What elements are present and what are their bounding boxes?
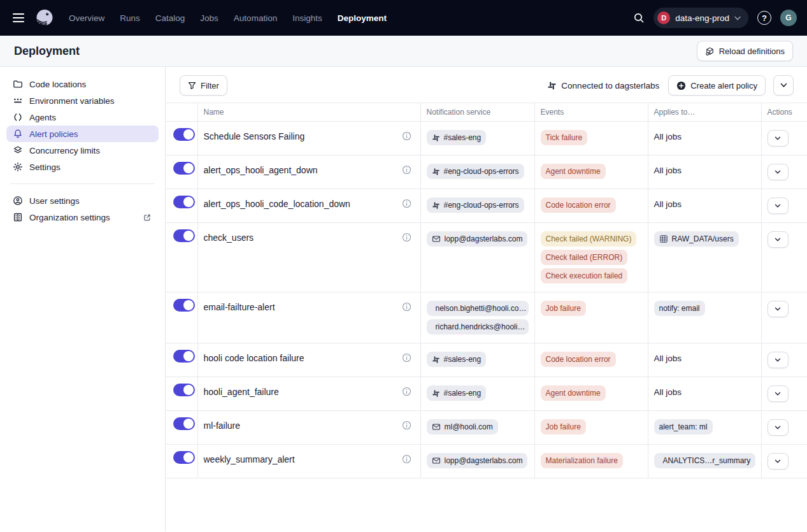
chip-label: ANALYTICS…r_summary [663,456,751,465]
events-cell: Check failed (WARNING)Check failed (ERRO… [534,223,648,292]
event-badge: Job failure [541,301,586,316]
alert-enabled-toggle[interactable] [173,196,195,208]
alert-enabled-toggle[interactable] [173,162,195,175]
event-badge: Job failure [541,419,586,435]
notification-label: richard.hendricks@hooli… [436,322,525,331]
applies-to-cell: All jobs [648,377,761,411]
notification-service-cell: ml@hooli.com [420,411,534,445]
applies-to-cell: ANALYTICS…r_summary [648,445,761,478]
email-icon [432,456,441,465]
gear-icon [13,162,23,172]
slack-icon [432,168,440,176]
notification-chip: #sales-eng [427,385,487,401]
asset-table-icon [659,234,668,243]
nav-insights[interactable]: Insights [292,13,322,23]
sidebar-item-organization-settings[interactable]: Organization settings [6,209,159,226]
sidebar-item-label: Concurrency limits [29,146,100,155]
column-header-name: Name [197,103,420,122]
info-icon[interactable] [402,453,411,464]
row-actions-button[interactable] [768,385,789,402]
notification-chip: lopp@dagsterlabs.com [427,453,528,468]
filter-icon [188,82,196,90]
events-cell: Job failure [534,411,648,445]
reload-definitions-button[interactable]: Reload definitions [697,41,793,61]
table-row: alert_ops_hooli_agent_down#eng-cloud-ops… [166,155,807,189]
info-icon[interactable] [402,352,411,363]
nav-deployment[interactable]: Deployment [338,13,387,23]
row-actions-button[interactable] [768,164,789,180]
info-icon[interactable] [402,419,411,430]
event-badge: Tick failure [541,130,588,145]
row-actions-button[interactable] [768,231,789,248]
row-actions-button[interactable] [768,419,789,436]
sidebar-item-code-locations[interactable]: Code locations [6,76,159,92]
more-actions-button[interactable] [773,75,794,96]
nav-catalog[interactable]: Catalog [155,13,185,23]
nav-automation[interactable]: Automation [234,13,277,23]
notification-chip: #sales-eng [427,130,487,145]
alert-policies-main: Filter Connected to dagsterlabs Create a… [166,67,807,531]
search-icon[interactable] [633,12,645,24]
chevron-down-icon [775,358,781,363]
sidebar-item-alert-policies[interactable]: Alert policies [6,126,159,142]
chevron-down-icon [775,392,781,396]
row-actions-button[interactable] [768,198,789,214]
sidebar-item-environment-variables[interactable]: Environment variables [6,92,159,109]
sidebar-item-concurrency-limits[interactable]: Concurrency limits [6,142,159,159]
applies-to-text: All jobs [654,385,682,397]
event-badge: Agent downtime [541,385,606,401]
chevron-down-icon [775,170,781,175]
filter-button[interactable]: Filter [180,75,227,96]
slack-icon [432,201,440,210]
toggle-knob [183,197,194,207]
info-icon[interactable] [402,130,411,141]
menu-icon[interactable] [10,10,27,26]
alert-policy-name: weekly_summary_alert [204,453,295,464]
env-vars-icon [13,96,23,106]
info-icon[interactable] [402,385,411,396]
deployment-switcher[interactable]: D data-eng-prod [653,8,748,28]
sidebar-item-user-settings[interactable]: User settings [6,192,159,209]
table-row: hooli_agent_failure#sales-engAgent downt… [166,377,807,411]
applies-to-cell: All jobs [648,189,761,223]
slack-icon [547,81,557,90]
info-icon[interactable] [402,164,411,175]
dagster-logo-icon[interactable] [34,8,55,28]
asset-chip[interactable]: RAW_DATA/users [654,231,739,247]
user-avatar[interactable]: G [780,10,797,26]
events-cell: Code location error [534,343,648,377]
sidebar-item-agents[interactable]: Agents [6,109,159,126]
info-icon[interactable] [402,301,411,312]
row-actions-button[interactable] [768,301,789,317]
events-cell: Agent downtime [534,377,648,411]
asset-chip[interactable]: ANALYTICS…r_summary [654,453,755,468]
column-header-actions: Actions [761,103,807,122]
alert-enabled-toggle[interactable] [173,451,195,464]
toggle-cell [166,189,197,223]
notification-label: #sales-eng [444,355,482,364]
info-icon[interactable] [402,231,411,242]
sidebar-item-settings[interactable]: Settings [6,159,159,175]
nav-runs[interactable]: Runs [120,13,140,23]
alert-enabled-toggle[interactable] [173,299,195,312]
toggle-cell [166,292,197,343]
notification-chip: lopp@dagsterlabs.com [427,231,528,247]
alert-enabled-toggle[interactable] [173,417,195,430]
info-icon[interactable] [402,198,411,208]
nav-jobs[interactable]: Jobs [200,13,218,23]
nav-overview[interactable]: Overview [69,13,104,23]
events-cell: Job failure [534,292,648,343]
table-row: weekly_summary_alertlopp@dagsterlabs.com… [166,445,807,478]
applies-to-text: All jobs [654,198,682,209]
alert-enabled-toggle[interactable] [173,384,195,396]
alert-policy-name: check_users [204,231,254,243]
row-actions-button[interactable] [768,453,789,470]
alert-enabled-toggle[interactable] [173,229,195,242]
alert-enabled-toggle[interactable] [173,350,195,363]
alert-enabled-toggle[interactable] [173,128,195,141]
help-icon[interactable]: ? [757,11,771,25]
row-actions-button[interactable] [768,130,789,147]
applies-to-text: All jobs [654,130,682,141]
create-alert-policy-button[interactable]: Create alert policy [668,75,766,96]
row-actions-button[interactable] [768,352,789,368]
